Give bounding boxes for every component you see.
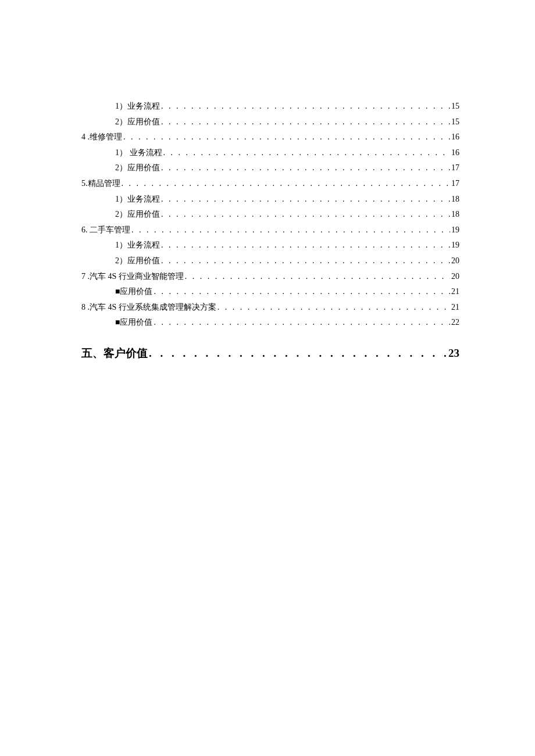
toc-label: 7 .汽车 4S 行业商业智能管理 [81,269,184,285]
toc-label: ■应用价值 [115,315,152,331]
toc-page-number: 19 [451,223,459,238]
toc-label: 8 .汽车 4S 行业系统集成管理解决方案 [81,300,216,316]
toc-leader-dots: . . . . . . . . . . . . . . . . . . . . … [217,300,450,316]
toc-label: 1）业务流程 [115,238,160,253]
toc-label: 五、客户价值 [81,343,148,363]
toc-label: 1）业务流程 [115,192,160,207]
toc-leader-dots: . . . . . . . . . . . . . . . . . . . . … [154,315,450,331]
toc-label: ■应用价值 [115,284,152,300]
toc-leader-dots: . . . . . . . . . . . . . . . . . . . . … [161,99,450,114]
toc-entry: 2）应用价值. . . . . . . . . . . . . . . . . … [81,160,459,176]
toc-label: 1） 业务流程 [115,145,162,161]
toc-page-number: 21 [451,284,459,300]
toc-leader-dots: . . . . . . . . . . . . . . . . . . . . … [185,269,450,285]
toc-page-number: 23 [448,343,459,363]
toc-page-number: 15 [451,114,459,130]
toc-page-number: 20 [451,253,459,269]
toc-entry: 1）业务流程. . . . . . . . . . . . . . . . . … [81,99,459,114]
toc-entry: 1）业务流程. . . . . . . . . . . . . . . . . … [81,192,459,207]
toc-leader-dots: . . . . . . . . . . . . . . . . . . . . … [131,223,450,238]
toc-entry: 8 .汽车 4S 行业系统集成管理解决方案. . . . . . . . . .… [81,300,459,316]
toc-page-number: 18 [451,192,459,207]
toc-label: 2）应用价值 [115,253,160,269]
toc-entry: 五、客户价值 . . . . . . . . . . . . . . . . .… [81,343,459,363]
toc-page-number: 22 [451,315,459,331]
toc-leader-dots: . . . . . . . . . . . . . . . . . . . . … [161,253,450,269]
toc-page-number: 17 [451,160,459,176]
toc-leader-dots: . . . . . . . . . . . . . . . . . . . . … [161,238,450,253]
toc-leader-dots: . . . . . . . . . . . . . . . . . . . . … [149,343,447,363]
toc-entry: ■应用价值. . . . . . . . . . . . . . . . . .… [81,284,459,300]
toc-label: 2）应用价值 [115,114,160,130]
toc-leader-dots: . . . . . . . . . . . . . . . . . . . . … [161,160,450,176]
toc-page-number: 16 [451,145,459,161]
toc-entry: 2）应用价值. . . . . . . . . . . . . . . . . … [81,207,459,223]
toc-leader-dots: . . . . . . . . . . . . . . . . . . . . … [163,145,451,161]
toc-leader-dots: . . . . . . . . . . . . . . . . . . . . … [154,284,450,300]
toc-page-number: 20 [451,269,459,285]
toc-leader-dots: . . . . . . . . . . . . . . . . . . . . … [161,192,450,207]
toc-page-number: 19 [451,238,459,253]
toc-page-number: 17 [451,176,459,192]
toc-entry: 5.精品管理. . . . . . . . . . . . . . . . . … [81,176,459,192]
toc-leader-dots: . . . . . . . . . . . . . . . . . . . . … [122,176,451,192]
toc-entry: 2）应用价值. . . . . . . . . . . . . . . . . … [81,253,459,269]
toc-entry: 1）业务流程. . . . . . . . . . . . . . . . . … [81,238,459,253]
toc-entry: 4 .维修管理 . . . . . . . . . . . . . . . . … [81,130,459,145]
toc-label: 5.精品管理 [81,176,120,192]
toc-label: 2）应用价值 [115,160,160,176]
toc-page-number: 15 [451,99,459,114]
toc-label: 6. 二手车管理 [81,223,130,238]
toc-entry: 2）应用价值. . . . . . . . . . . . . . . . . … [81,114,459,130]
toc-page-number: 18 [451,207,459,223]
toc-label: 4 .维修管理 [81,130,122,145]
toc-page-number: 16 [451,130,459,145]
toc-leader-dots: . . . . . . . . . . . . . . . . . . . . … [161,207,450,223]
toc-leader-dots: . . . . . . . . . . . . . . . . . . . . … [161,114,450,130]
toc-entry: 7 .汽车 4S 行业商业智能管理. . . . . . . . . . . .… [81,269,459,285]
toc-label: 2）应用价值 [115,207,160,223]
toc-page-number: 21 [451,300,459,316]
toc-entry: 6. 二手车管理 . . . . . . . . . . . . . . . .… [81,223,459,238]
table-of-contents: 1）业务流程. . . . . . . . . . . . . . . . . … [81,99,459,363]
toc-label: 1）业务流程 [115,99,160,114]
toc-leader-dots: . . . . . . . . . . . . . . . . . . . . … [123,130,450,145]
toc-entry: 1） 业务流程 . . . . . . . . . . . . . . . . … [81,145,459,161]
toc-entry: ■应用价值. . . . . . . . . . . . . . . . . .… [81,315,459,331]
